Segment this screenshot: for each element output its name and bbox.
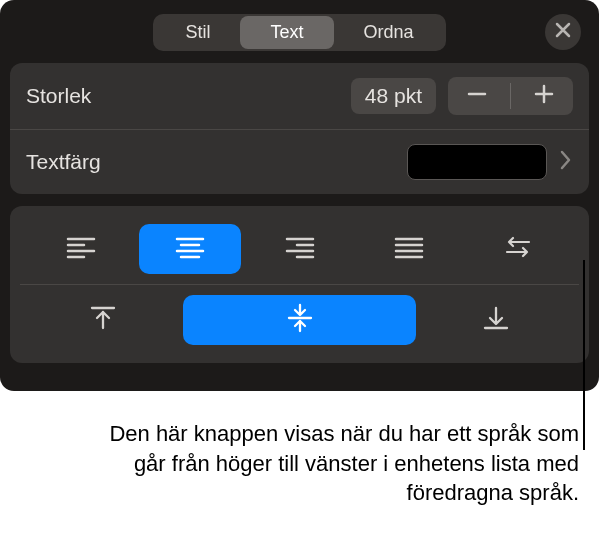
align-left-icon: [66, 235, 96, 263]
stepper-separator: [510, 83, 511, 109]
align-justify-icon: [394, 235, 424, 263]
tab-segmented-control: Stil Text Ordna: [153, 14, 445, 51]
horizontal-align-row: [20, 214, 579, 284]
text-color-swatch[interactable]: [407, 144, 547, 180]
text-properties-card: Storlek 48 pkt Textfärg: [10, 63, 589, 194]
close-icon: [555, 22, 571, 42]
callout-line: [583, 260, 585, 450]
close-button[interactable]: [545, 14, 581, 50]
align-left-button[interactable]: [30, 224, 131, 274]
decrease-button[interactable]: [466, 83, 488, 109]
valign-bottom-button[interactable]: [424, 295, 569, 345]
size-row: Storlek 48 pkt: [10, 63, 589, 129]
text-color-row[interactable]: Textfärg: [10, 129, 589, 194]
align-center-button[interactable]: [139, 224, 240, 274]
size-label: Storlek: [26, 84, 339, 108]
alignment-card: [10, 206, 589, 363]
tab-text[interactable]: Text: [240, 16, 333, 49]
rtl-direction-button[interactable]: [468, 224, 569, 274]
plus-icon: [533, 91, 555, 108]
tab-ordna[interactable]: Ordna: [334, 16, 444, 49]
vertical-align-row: [20, 284, 579, 355]
valign-top-icon: [89, 304, 117, 336]
align-center-icon: [175, 235, 205, 263]
rtl-direction-icon: [503, 235, 533, 263]
align-right-icon: [285, 235, 315, 263]
text-color-label: Textfärg: [26, 150, 395, 174]
caption-text: Den här knappen visas när du har ett spr…: [0, 391, 599, 508]
tab-stil[interactable]: Stil: [155, 16, 240, 49]
minus-icon: [466, 91, 488, 108]
valign-middle-icon: [286, 303, 314, 337]
valign-middle-button[interactable]: [183, 295, 415, 345]
size-stepper: [448, 77, 573, 115]
valign-top-button[interactable]: [30, 295, 175, 345]
chevron-right-icon: [559, 149, 573, 175]
size-value[interactable]: 48 pkt: [351, 78, 436, 114]
tab-bar: Stil Text Ordna: [10, 10, 589, 63]
align-right-button[interactable]: [249, 224, 350, 274]
align-justify-button[interactable]: [358, 224, 459, 274]
inspector-panel: Stil Text Ordna Storlek 48 pkt: [0, 0, 599, 391]
increase-button[interactable]: [533, 83, 555, 109]
valign-bottom-icon: [482, 304, 510, 336]
